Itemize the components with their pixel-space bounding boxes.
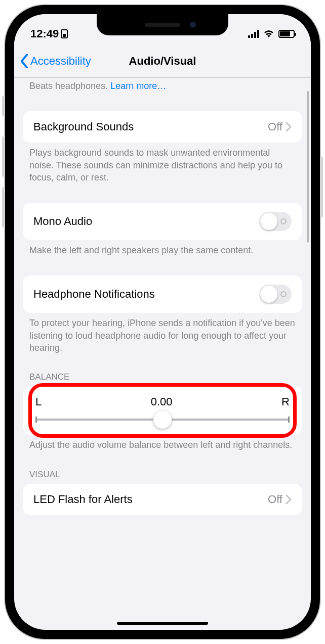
cell-label: Mono Audio	[33, 215, 259, 228]
back-label: Accessibility	[30, 55, 91, 68]
scroll-indicator[interactable]	[307, 91, 309, 243]
headphone-notifications-group: Headphone Notifications	[23, 275, 302, 313]
speaker-grille	[145, 23, 180, 27]
screen: 12:49 Accessibility Audio/Visual	[14, 14, 311, 630]
balance-left-label: L	[35, 395, 42, 408]
learn-more-link[interactable]: Learn more…	[110, 81, 166, 91]
cell-label: Headphone Notifications	[33, 288, 259, 301]
cell-label: Background Sounds	[33, 120, 268, 133]
headphone-accommodations-footer: Beats headphones. Learn more…	[14, 78, 311, 100]
front-camera	[190, 22, 196, 28]
notch	[97, 14, 228, 35]
mono-audio-switch[interactable]	[259, 212, 292, 231]
chevron-left-icon	[20, 54, 28, 68]
back-button[interactable]: Accessibility	[14, 54, 110, 68]
balance-right-label: R	[281, 395, 290, 408]
cell-label: LED Flash for Alerts	[33, 493, 268, 506]
chevron-right-icon	[286, 495, 292, 504]
background-sounds-cell[interactable]: Background Sounds Off	[23, 111, 302, 143]
led-flash-cell[interactable]: LED Flash for Alerts Off	[23, 484, 302, 515]
balance-group: L 0.00 R	[23, 386, 302, 435]
phone-frame: 12:49 Accessibility Audio/Visual	[5, 5, 320, 639]
home-indicator[interactable]	[117, 622, 208, 625]
sim-card-icon	[61, 29, 68, 38]
mono-audio-footer: Make the left and right speakers play th…	[14, 240, 311, 264]
power-button	[320, 157, 323, 217]
background-sounds-group: Background Sounds Off	[23, 111, 302, 143]
balance-value: 0.00	[151, 395, 173, 408]
cell-value: Off	[268, 493, 282, 506]
wifi-icon	[263, 30, 274, 38]
cellular-signal-icon	[248, 30, 259, 38]
volume-down-button	[2, 187, 5, 227]
nav-bar: Accessibility Audio/Visual	[14, 44, 311, 78]
headphone-notifications-footer: To protect your hearing, iPhone sends a …	[14, 313, 311, 362]
balance-slider-thumb[interactable]	[153, 410, 172, 429]
headphone-notifications-cell: Headphone Notifications	[23, 275, 302, 313]
led-flash-group: LED Flash for Alerts Off	[23, 484, 302, 515]
status-time: 12:49	[30, 27, 59, 40]
mono-audio-group: Mono Audio	[23, 203, 302, 240]
mono-audio-cell: Mono Audio	[23, 203, 302, 240]
battery-icon	[278, 30, 295, 38]
chevron-right-icon	[286, 122, 292, 131]
balance-footer: Adjust the audio volume balance between …	[14, 435, 311, 459]
visual-section-header: VISUAL	[14, 459, 311, 484]
cell-value: Off	[268, 120, 282, 133]
headphone-notifications-switch[interactable]	[259, 285, 292, 304]
content-scroll[interactable]: Beats headphones. Learn more… Background…	[14, 78, 311, 630]
balance-slider[interactable]	[35, 419, 290, 421]
balance-section-header: BALANCE	[14, 362, 311, 386]
silence-switch	[2, 96, 5, 116]
background-sounds-footer: Plays background sounds to mask unwanted…	[14, 143, 311, 192]
volume-up-button	[2, 136, 5, 177]
